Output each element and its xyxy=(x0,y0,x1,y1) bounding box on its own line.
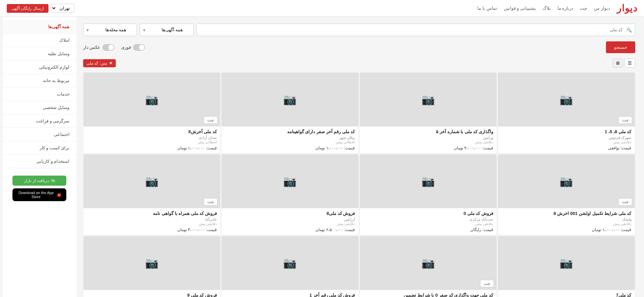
ad-location: جنت‌آباد مرکزی xyxy=(363,217,494,222)
location-filter-select[interactable]: همه محله‌ها xyxy=(83,24,137,36)
sidebar-item-personal[interactable]: وسایل شخصی xyxy=(3,101,76,114)
ad-image: 📷 xyxy=(222,73,359,126)
sidebar-item-vehicles[interactable]: وسایل نقلیه xyxy=(3,47,76,61)
content-area: 🔍 همه آگهی‌ها ▾ همه محله‌ها ▾ جستجو xyxy=(76,17,642,297)
list-view-button[interactable]: ☰ xyxy=(624,59,635,68)
ad-image: 📷 xyxy=(83,236,221,290)
chat-button[interactable]: چت xyxy=(618,198,632,206)
sidebar-item-electronics-label: لوازم الکترونیکی xyxy=(39,65,70,70)
ad-image: 📷 xyxy=(222,154,359,208)
sidebar-item-entertainment[interactable]: سرگرمی و فراغت xyxy=(3,114,76,128)
remove-filter-button[interactable]: ✕ xyxy=(109,61,112,66)
location-select[interactable]: تهران xyxy=(51,4,74,13)
nav-link-divar-man[interactable]: دیوار من xyxy=(594,6,610,11)
grid-view-button[interactable]: ⊞ xyxy=(613,59,623,68)
ad-image: 📷 چت xyxy=(498,154,635,208)
ad-time: دقایقی پیش xyxy=(363,140,494,144)
category-select[interactable]: همه آگهی‌ها xyxy=(140,24,194,36)
urgent-toggle[interactable] xyxy=(133,44,145,51)
ad-card[interactable]: 📷 فروش کد ملی 0 جنت‌آباد مرکزی دقایقی پی… xyxy=(360,154,497,235)
ad-card[interactable]: 📷 فروش کد ملی رقم آخر 1 پیروزی دقایقی پی… xyxy=(221,236,359,297)
nav-item-support[interactable]: پشتیبانی و قوانین xyxy=(504,6,536,11)
urgent-label: فوری xyxy=(121,45,131,50)
nav-link-chat[interactable]: چت xyxy=(580,6,587,11)
ad-card[interactable]: 📷 چت کد ملی شرایط تکمیل اولشن 001 اخرش 8… xyxy=(498,154,635,235)
photo-toggle[interactable] xyxy=(102,44,114,51)
ad-card[interactable]: 📷 فروش کد ملی8 آرژانتین دقایقی پیش قیمت:… xyxy=(221,154,359,235)
ad-title: کد ملی آخرش8 xyxy=(87,129,217,134)
urgent-toggle-wrap: فوری xyxy=(121,44,145,51)
sidebar-item-home-label: مربوط به خانه xyxy=(43,78,69,83)
ad-card[interactable]: 📷 چت فروش کد ملی همراه با گواهی نامه خان… xyxy=(83,154,221,235)
ad-title: کد ملی 8، 5، 1 xyxy=(501,129,632,134)
search-input[interactable] xyxy=(196,24,635,36)
ad-info: کد ملی شرایط تکمیل اولشن 001 اخرش 8 ولنج… xyxy=(498,208,635,235)
ad-info: کد ملی7 بلوار کشاورز دقایقی پیش قیمت: ۸،… xyxy=(498,290,635,297)
bazaar-icon: 🛍 xyxy=(51,178,55,183)
sidebar-item-business[interactable]: برای کسب و کار xyxy=(3,141,76,155)
camera-icon: 📷 xyxy=(283,257,297,269)
ad-time: دقایقی پیش xyxy=(87,222,217,226)
ad-card[interactable]: 📷 کد ملی رقم آخر صفر دارای گواهینامه پیک… xyxy=(221,72,359,153)
ad-card[interactable]: 📷 چت کد ملی جهت واگذاری کد صفر 0 با شرای… xyxy=(360,236,497,297)
chat-button[interactable]: چت xyxy=(480,280,494,287)
nav-item-about[interactable]: درباره ما xyxy=(557,6,574,11)
header: دیوار دیوار من چت درباره ما بلاگ پشتیبان… xyxy=(0,0,644,17)
camera-icon: 📷 xyxy=(421,175,435,188)
sidebar-item-services[interactable]: خدمات xyxy=(3,87,76,101)
ad-price: قیمت: رایگان xyxy=(363,227,494,232)
ad-info: فروش کد ملی8 آرژانتین دقایقی پیش قیمت: ۲… xyxy=(222,208,359,235)
sidebar-item-electronics[interactable]: لوازم الکترونیکی xyxy=(3,61,76,74)
search-button[interactable]: جستجو xyxy=(606,41,635,53)
appstore-button[interactable]: 🍎 Download on the App Store xyxy=(12,188,66,201)
appstore-btn-label: Download on the App Store xyxy=(17,191,55,199)
camera-icon: 📷 xyxy=(283,175,297,188)
ad-info: کد ملی رقم آخر صفر دارای گواهینامه پیکان… xyxy=(222,126,359,153)
ads-grid: 📷 چت کد ملی 8، 5، 1 شهرک فردوس دقایقی پی… xyxy=(83,72,635,297)
chat-button[interactable]: چت xyxy=(204,198,217,206)
sidebar-item-vehicles-label: وسایل نقلیه xyxy=(48,51,70,56)
ad-image: 📷 xyxy=(360,73,497,126)
camera-icon: 📷 xyxy=(283,93,297,106)
sidebar-item-all-label: همه آگهی‌ها xyxy=(48,24,70,29)
sidebar-item-all[interactable]: همه آگهی‌ها xyxy=(3,20,76,34)
ad-info: فروش کد ملی رقم آخر 1 پیروزی دقایقی پیش … xyxy=(222,290,359,297)
chat-button[interactable]: چت xyxy=(618,116,632,124)
ad-card[interactable]: 📷 کد ملی7 بلوار کشاورز دقایقی پیش قیمت: … xyxy=(498,236,635,297)
sidebar-item-employment[interactable]: استخدام و کاریابی xyxy=(3,155,76,168)
ad-image: 📷 چت xyxy=(360,236,497,290)
sidebar-item-real-estate-label: املاک xyxy=(59,38,70,43)
nav-link-blog[interactable]: بلاگ xyxy=(543,6,551,11)
ad-title: فروش کد ملی 0 xyxy=(363,211,494,216)
send-ad-button[interactable]: ارسال رایگان آگهی xyxy=(7,4,48,13)
chat-button[interactable]: چت xyxy=(204,116,217,124)
sidebar-item-real-estate[interactable]: املاک xyxy=(3,34,76,47)
nav-link-about[interactable]: درباره ما xyxy=(557,6,574,11)
ad-card[interactable]: 📷 واگذاری کد ملی با شماره آخر ۵ ورامین د… xyxy=(360,72,497,153)
ad-time: دقایقی پیش xyxy=(363,222,494,226)
logo[interactable]: دیوار xyxy=(617,3,637,14)
ad-image: 📷 چت xyxy=(83,73,221,126)
ad-location: پیکان شهر xyxy=(225,136,355,140)
bazaar-button[interactable]: 🛍 دریافت از بازار xyxy=(12,176,66,186)
sidebar-item-personal-label: وسایل شخصی xyxy=(43,105,70,110)
ad-info: واگذاری کد ملی با شماره آخر ۵ ورامین دقا… xyxy=(360,126,497,153)
ad-card[interactable]: 📷 چت کد ملی آخرش8 میدان آزادی لحظاتی پیش… xyxy=(83,72,221,153)
main-container: 🔍 همه آگهی‌ها ▾ همه محله‌ها ▾ جستجو xyxy=(2,17,642,297)
nav-item-contact[interactable]: تماس با ما xyxy=(477,6,497,11)
ad-image: 📷 چت xyxy=(498,73,635,126)
sidebar-item-business-label: برای کسب و کار xyxy=(40,145,70,150)
nav-link-contact[interactable]: تماس با ما xyxy=(477,6,497,11)
ad-card[interactable]: 📷 فروش کد ملی 9 یافت‌آباد دقایقی پیش قیم… xyxy=(83,236,221,297)
nav-item-chat[interactable]: چت xyxy=(580,6,587,11)
ad-card[interactable]: 📷 چت کد ملی 8، 5، 1 شهرک فردوس دقایقی پی… xyxy=(498,72,635,153)
ad-info: کد ملی جهت واگذاری کد صفر 0 با شرایط تضم… xyxy=(360,290,497,297)
ad-info: کد ملی آخرش8 میدان آزادی لحظاتی پیش قیمت… xyxy=(83,126,221,153)
nav-item-divar-man[interactable]: دیوار من xyxy=(594,6,610,11)
nav-link-support[interactable]: پشتیبانی و قوانین xyxy=(504,6,536,11)
sidebar-item-social[interactable]: اجتماعی xyxy=(3,128,76,141)
nav-item-blog[interactable]: بلاگ xyxy=(543,6,551,11)
photo-toggle-wrap: عکس دار xyxy=(83,44,115,51)
sidebar-item-home[interactable]: مربوط به خانه xyxy=(3,74,76,87)
location-filter-wrap: همه محله‌ها ▾ xyxy=(83,24,137,36)
